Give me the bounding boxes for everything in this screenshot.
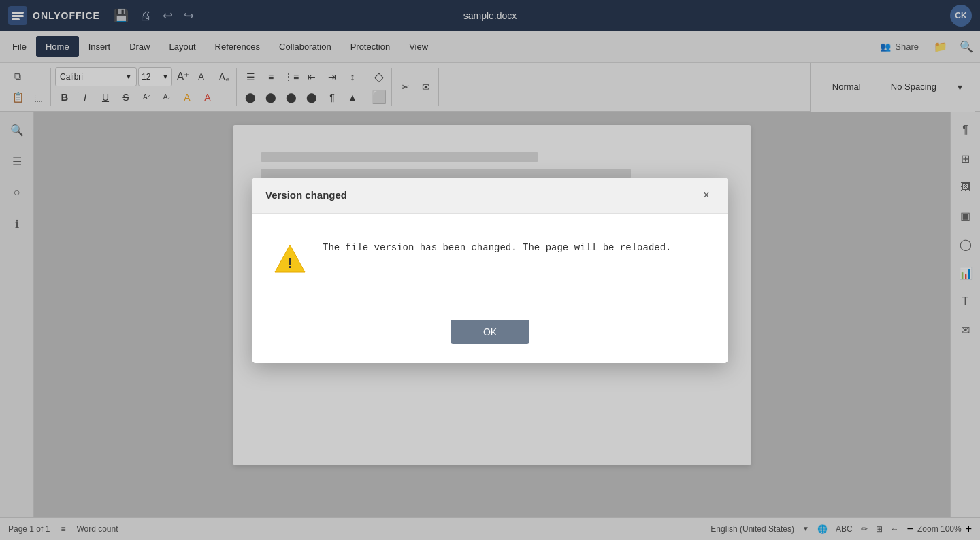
modal-overlay: Version changed × ! The file version has…: [0, 0, 980, 540]
modal-body: ! The file version has been changed. The…: [252, 214, 728, 309]
modal-footer: OK: [252, 309, 728, 363]
modal-message: The file version has been changed. The p…: [323, 241, 671, 255]
warning-icon: !: [274, 242, 306, 282]
version-changed-modal: Version changed × ! The file version has…: [252, 178, 728, 363]
modal-close-button[interactable]: ×: [698, 187, 715, 203]
modal-header: Version changed ×: [252, 178, 728, 214]
ok-button[interactable]: OK: [451, 320, 529, 344]
svg-text:!: !: [287, 254, 292, 271]
modal-title: Version changed: [265, 189, 347, 201]
